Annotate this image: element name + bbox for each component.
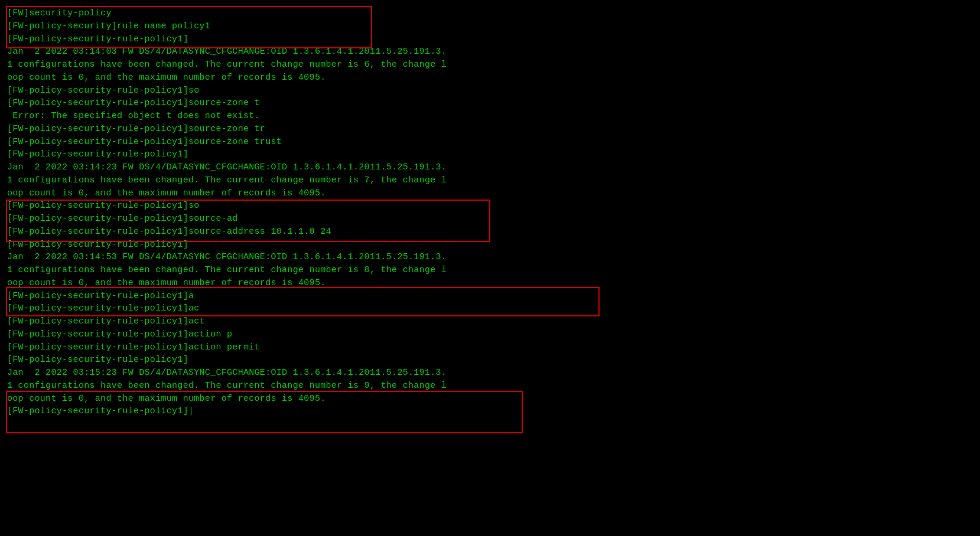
terminal-content: [FW]security-policy [FW-policy-security]…	[7, 7, 973, 418]
line-6: oop count is 0, and the maximum number o…	[7, 71, 973, 84]
line-10: [FW-policy-security-rule-policy1]source-…	[7, 123, 973, 136]
line-21: 1 configurations have been changed. The …	[7, 264, 973, 277]
line-31: oop count is 0, and the maximum number o…	[7, 393, 973, 406]
line-20: Jan 2 2022 03:14:53 FW DS/4/DATASYNC_CFG…	[7, 251, 973, 264]
line-23: [FW-policy-security-rule-policy1]a	[7, 290, 973, 303]
line-11: [FW-policy-security-rule-policy1]source-…	[7, 136, 973, 149]
line-2: [FW-policy-security]rule name policy1	[7, 20, 973, 33]
line-4: Jan 2 2022 03:14:03 FW DS/4/DATASYNC_CFG…	[7, 45, 973, 58]
line-18: [FW-policy-security-rule-policy1]source-…	[7, 225, 973, 238]
line-25: [FW-policy-security-rule-policy1]act	[7, 315, 973, 328]
line-30: 1 configurations have been changed. The …	[7, 380, 973, 393]
line-19: [FW-policy-security-rule-policy1]	[7, 238, 973, 251]
line-15: oop count is 0, and the maximum number o…	[7, 187, 973, 200]
line-27: [FW-policy-security-rule-policy1]action …	[7, 341, 973, 354]
line-28: [FW-policy-security-rule-policy1]	[7, 354, 973, 367]
line-9: Error: The specified object t does not e…	[7, 110, 973, 123]
line-29: Jan 2 2022 03:15:23 FW DS/4/DATASYNC_CFG…	[7, 367, 973, 380]
terminal-window: [FW]security-policy [FW-policy-security]…	[5, 5, 975, 536]
line-26: [FW-policy-security-rule-policy1]action …	[7, 328, 973, 341]
line-7: [FW-policy-security-rule-policy1]so	[7, 84, 973, 97]
line-1: [FW]security-policy	[7, 7, 973, 20]
line-22: oop count is 0, and the maximum number o…	[7, 277, 973, 290]
line-8: [FW-policy-security-rule-policy1]source-…	[7, 97, 973, 110]
line-5: 1 configurations have been changed. The …	[7, 58, 973, 71]
line-3: [FW-policy-security-rule-policy1]	[7, 33, 973, 46]
line-12: [FW-policy-security-rule-policy1]	[7, 148, 973, 161]
line-32: [FW-policy-security-rule-policy1]|	[7, 405, 973, 418]
line-24: [FW-policy-security-rule-policy1]ac	[7, 302, 973, 315]
line-16: [FW-policy-security-rule-policy1]so	[7, 200, 973, 213]
line-17: [FW-policy-security-rule-policy1]source-…	[7, 213, 973, 225]
line-13: Jan 2 2022 03:14:23 FW DS/4/DATASYNC_CFG…	[7, 161, 973, 174]
line-14: 1 configurations have been changed. The …	[7, 174, 973, 187]
